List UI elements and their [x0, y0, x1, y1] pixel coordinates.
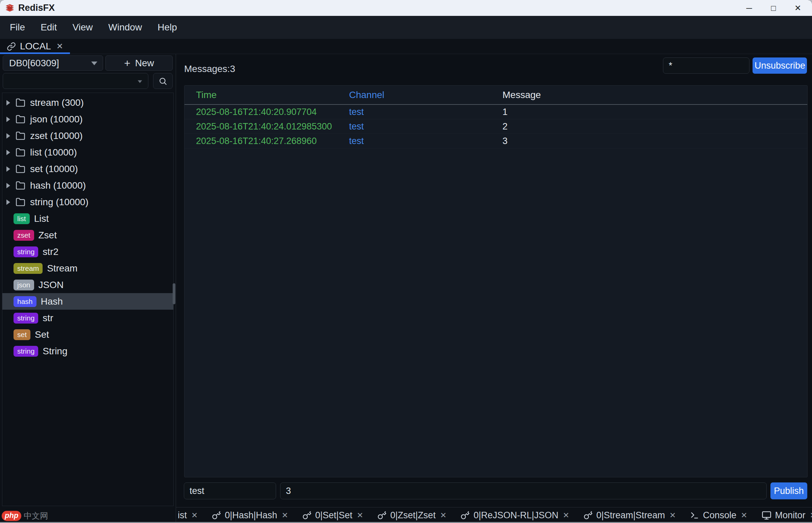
cell-message: 3 — [502, 136, 807, 146]
key-label: JSON — [38, 279, 64, 290]
bottom-tab-monitor[interactable]: Monitor ✕ — [755, 507, 812, 523]
db-selector[interactable]: DB0[60309] — [3, 55, 103, 71]
key-label: String — [42, 346, 67, 357]
expand-arrow-icon[interactable] — [6, 166, 10, 172]
connection-tab-bar: LOCAL ✕ — [0, 39, 812, 54]
tree-folder-set-10000[interactable]: set (10000) — [2, 161, 173, 177]
message-row[interactable]: 2025-08-16T21:40:27.268960 test 3 — [185, 134, 807, 148]
expand-arrow-icon[interactable] — [6, 100, 10, 106]
close-icon[interactable]: ✕ — [191, 511, 198, 520]
new-connection-button[interactable]: + New — [106, 55, 173, 71]
column-header-channel[interactable]: Channel — [349, 90, 502, 101]
close-icon[interactable]: ✕ — [281, 511, 288, 520]
tree-folder-list-10000[interactable]: list (10000) — [2, 144, 173, 161]
key-item-str[interactable]: string str — [2, 310, 173, 326]
minimize-button[interactable]: ─ — [737, 0, 761, 16]
bottom-tab-label: ist — [178, 510, 187, 521]
expand-arrow-icon[interactable] — [6, 133, 10, 139]
key-search-input[interactable] — [3, 73, 148, 89]
sidebar: DB0[60309] + New s — [0, 54, 176, 523]
connection-tab-local[interactable]: LOCAL ✕ — [0, 39, 70, 54]
expand-arrow-icon[interactable] — [6, 183, 10, 188]
folder-icon — [16, 147, 25, 157]
monitor-icon — [762, 510, 772, 520]
close-icon[interactable]: ✕ — [741, 511, 747, 520]
bottom-tab-label: 0|Set|Set — [315, 510, 352, 521]
cell-time: 2025-08-16T21:40:24.012985300 — [196, 121, 349, 132]
messages-table: Time Channel Message 2025-08-16T21:40:20… — [184, 85, 808, 477]
folder-icon — [16, 114, 25, 124]
menu-window[interactable]: Window — [101, 22, 150, 33]
type-badge: hash — [14, 296, 37, 307]
column-header-time[interactable]: Time — [196, 90, 349, 101]
type-badge: list — [14, 213, 30, 224]
close-icon[interactable]: ✕ — [563, 511, 569, 520]
bottom-tab-0-rejson-rl-json[interactable]: 0|ReJSON-RL|JSON ✕ — [454, 507, 576, 523]
bottom-tab-0-zset-zset[interactable]: 0|Zset|Zset ✕ — [370, 507, 454, 523]
folder-label: zset (10000) — [30, 130, 83, 141]
new-button-label: New — [135, 58, 154, 69]
message-row[interactable]: 2025-08-16T21:40:20.907704 test 1 — [185, 105, 807, 119]
message-row[interactable]: 2025-08-16T21:40:24.012985300 test 2 — [185, 119, 807, 134]
bottom-tab-label: Monitor — [775, 510, 806, 521]
subscribe-pattern-input[interactable] — [663, 57, 750, 74]
cell-channel: test — [349, 136, 502, 146]
terminal-icon — [690, 511, 699, 520]
sidebar-scrollbar[interactable] — [173, 283, 176, 304]
key-item-zset[interactable]: zset Zset — [2, 227, 173, 244]
key-item-json[interactable]: json JSON — [2, 276, 173, 293]
expand-arrow-icon[interactable] — [6, 116, 10, 122]
php-logo-icon: php — [2, 511, 21, 521]
type-badge: zset — [14, 230, 34, 241]
key-item-set[interactable]: set Set — [2, 326, 173, 343]
expand-arrow-icon[interactable] — [6, 150, 10, 155]
tree-folder-json-10000[interactable]: json (10000) — [2, 111, 173, 127]
table-body: 2025-08-16T21:40:20.907704 test 1 2025-0… — [185, 105, 807, 148]
folder-icon — [16, 164, 25, 174]
key-item-string[interactable]: string String — [2, 343, 173, 359]
unsubscribe-button[interactable]: Unsubscribe — [753, 57, 807, 74]
close-icon[interactable]: ✕ — [56, 41, 63, 51]
tree-folder-hash-10000[interactable]: hash (10000) — [2, 177, 173, 194]
bottom-tab-0-stream-stream[interactable]: 0|Stream|Stream ✕ — [576, 507, 683, 523]
cell-channel: test — [349, 121, 502, 132]
window-controls: ─ □ ✕ — [737, 0, 810, 16]
bottom-tab-label: 0|Stream|Stream — [596, 510, 665, 521]
type-badge: string — [14, 313, 38, 324]
column-header-message[interactable]: Message — [502, 90, 807, 101]
type-badge: set — [14, 329, 31, 340]
bottom-tab-ist[interactable]: ist ✕ — [176, 507, 205, 523]
bottom-tab-0-hash-hash[interactable]: 0|Hash|Hash ✕ — [205, 507, 295, 523]
tree-folder-string-10000[interactable]: string (10000) — [2, 194, 173, 210]
maximize-button[interactable]: □ — [761, 0, 786, 16]
publish-button[interactable]: Publish — [771, 483, 807, 499]
close-button[interactable]: ✕ — [786, 0, 810, 16]
tree-folder-zset-10000[interactable]: zset (10000) — [2, 127, 173, 144]
key-label: Zset — [38, 230, 57, 241]
type-badge: string — [14, 247, 38, 257]
key-item-str2[interactable]: string str2 — [2, 244, 173, 260]
bottom-tab-0-set-set[interactable]: 0|Set|Set ✕ — [295, 507, 370, 523]
title-bar: RedisFX ─ □ ✕ — [0, 0, 812, 16]
key-icon — [377, 511, 387, 520]
menu-view[interactable]: View — [64, 22, 100, 33]
key-item-hash[interactable]: hash Hash — [2, 293, 173, 310]
menu-edit[interactable]: Edit — [33, 22, 64, 33]
publish-message-input[interactable] — [280, 483, 767, 499]
close-icon[interactable]: ✕ — [440, 511, 446, 520]
close-icon[interactable]: ✕ — [810, 511, 812, 520]
bottom-tab-console[interactable]: Console ✕ — [683, 507, 754, 523]
type-badge: string — [14, 346, 38, 357]
publish-channel-input[interactable] — [184, 483, 276, 499]
menu-file[interactable]: File — [2, 22, 33, 33]
key-icon — [212, 511, 221, 520]
close-icon[interactable]: ✕ — [357, 511, 363, 520]
menu-help[interactable]: Help — [150, 22, 185, 33]
close-icon[interactable]: ✕ — [669, 511, 676, 520]
search-button[interactable] — [153, 73, 173, 89]
key-item-list[interactable]: list List — [2, 210, 173, 227]
tree-folder-stream-300[interactable]: stream (300) — [2, 94, 173, 111]
key-icon — [302, 511, 312, 520]
key-item-stream[interactable]: stream Stream — [2, 260, 173, 276]
expand-arrow-icon[interactable] — [6, 199, 10, 205]
